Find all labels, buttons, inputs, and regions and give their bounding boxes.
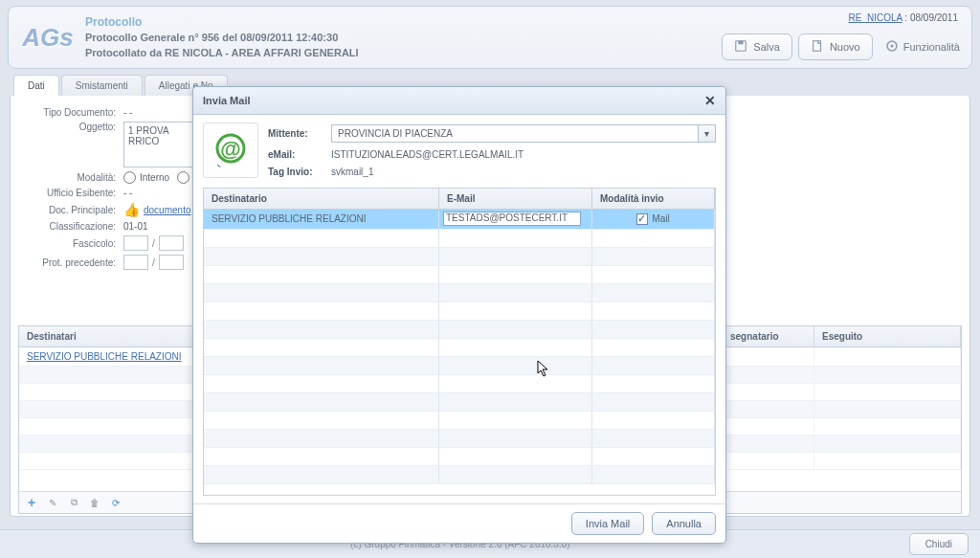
recipient-name: SERVIZIO PUBBLICHE RELAZIONI [204,210,439,229]
user-link[interactable]: RE_NICOLA [848,12,902,23]
svg-rect-2 [813,41,821,52]
grid-row-link[interactable]: SERVIZIO PUBBLICHE RELAZIONI [27,351,182,362]
modal-title: Invia Mail [203,95,251,106]
ufficio-label: Ufficio Esibente: [18,188,123,198]
new-label: Nuovo [830,41,860,53]
user-date: 08/09/2011 [910,12,958,23]
module-title: Protocollo [85,15,359,29]
close-button[interactable]: Chiudi [909,533,969,555]
delete-icon[interactable]: 🗑 [88,496,101,509]
modalita-label: Modalità: [18,172,123,183]
new-button[interactable]: Nuovo [798,33,873,60]
ufficio-value: - - [123,188,132,198]
new-icon [811,39,824,55]
mcol-destinatario: Destinatario [204,189,439,210]
recipients-grid: Destinatario E-Mail Modalità invio SERVI… [203,188,716,496]
svg-point-4 [890,45,893,48]
save-button[interactable]: Salva [722,33,792,60]
col-eseguito: Eseguito [814,326,961,346]
mittente-label: Mittente: [268,128,331,139]
mittente-value: PROVINCIA DI PIACENZA [332,128,698,139]
mcol-modalita: Modalità invio [592,189,715,210]
col-segnatario: segnatario [723,326,814,346]
tag-value: svkmail_1 [331,167,716,177]
save-icon [734,39,747,55]
functionality-label: Funzionalità [903,41,960,53]
svg-text:@: @ [220,137,240,161]
svg-rect-1 [739,41,744,45]
chevron-down-icon[interactable]: ▾ [698,125,715,142]
functionality-menu[interactable]: Funzionalità [884,38,960,56]
email-label: eMail: [268,149,331,160]
copy-icon[interactable]: ⧉ [67,496,80,509]
tab-smistamenti[interactable]: Smistamenti [61,75,143,96]
send-mail-button[interactable]: Invia Mail [571,512,644,535]
mittente-select[interactable]: PROVINCIA DI PIACENZA ▾ [331,124,716,143]
email-value: ISTITUZIONALEADS@CERT.LEGALMAIL.IT [331,149,716,160]
docprinc-label: Doc. Principale: [18,205,123,215]
modalita-interno-label: Interno [140,172,169,183]
protocol-line1: Protocollo Generale n° 956 del 08/09/201… [85,31,359,44]
protocol-line2: Protocollato da RE NICOLA - AREA AFFARI … [85,46,359,59]
save-label: Salva [753,41,780,53]
fascicolo-num[interactable] [159,235,184,251]
mcol-email: E-Mail [439,189,592,210]
tag-label: Tag Invio: [268,167,331,177]
fascicolo-label: Fascicolo: [18,238,123,249]
refresh-icon[interactable]: ⟳ [109,496,122,509]
edit-icon[interactable]: ✎ [46,496,59,509]
cancel-button[interactable]: Annulla [652,512,716,535]
protprec-year[interactable] [123,255,148,270]
modalita-interno-radio[interactable] [123,171,136,184]
oggetto-label: Oggetto: [18,122,123,132]
banner-text: Protocollo Protocollo Generale n° 956 de… [85,15,359,59]
oggetto-textarea[interactable]: 1 PROVA RRICO [123,122,200,167]
recipient-row[interactable]: SERVIZIO PUBBLICHE RELAZIONI TESTADS@POS… [204,210,715,230]
class-label: Classificazione: [18,221,123,232]
recipient-email-input[interactable]: TESTADS@POSTECERT.IT [443,212,581,226]
class-value: 01-01 [123,221,148,232]
close-icon[interactable]: ✕ [704,93,716,108]
protprec-label: Prot. precedente: [18,257,123,268]
invia-mail-modal: Invia Mail ✕ @ Mittente: PROVINCIA DI PI… [192,86,726,544]
tipo-value: - - [123,107,132,118]
at-icon: @ [203,123,258,178]
docprinc-link[interactable]: documento [144,205,190,215]
add-icon[interactable]: + [25,496,38,509]
app-banner: AGs Protocollo Protocollo Generale n° 95… [8,6,972,69]
gear-icon [884,38,900,56]
tipo-label: Tipo Documento: [18,107,123,118]
protprec-num[interactable] [159,255,184,270]
user-info: RE_NICOLA : 08/09/2011 [848,12,958,23]
modalita-other-radio[interactable] [177,171,189,184]
app-logo: AGs [18,12,78,62]
mail-checkbox[interactable] [636,213,648,225]
document-icon[interactable]: 👍 [123,202,140,217]
tab-dati[interactable]: Dati [13,75,59,96]
fascicolo-year[interactable] [123,235,148,251]
mail-mode-label: Mail [652,213,669,224]
